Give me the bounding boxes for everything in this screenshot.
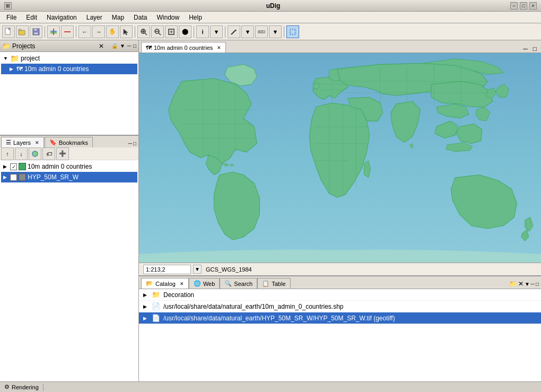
layer0-color (19, 163, 26, 170)
map-tab-close[interactable]: ✕ (217, 45, 221, 50)
catalog-menu-btn[interactable]: ▼ (525, 281, 530, 287)
select-button[interactable] (120, 25, 133, 38)
catalog-row-decoration[interactable]: ▶ 📁 Decoration (139, 289, 541, 301)
scale-input[interactable] (143, 265, 191, 274)
tab-search[interactable]: 🔍 Search (220, 278, 257, 289)
remove-layer-button[interactable] (61, 25, 74, 38)
projects-max[interactable]: □ (133, 43, 136, 49)
projects-close[interactable]: ✕ (99, 42, 104, 50)
layers-tab-close[interactable]: ✕ (35, 140, 39, 145)
info-button[interactable]: i (196, 25, 209, 38)
layers-tab-label: Layers (13, 140, 31, 146)
tif-label: /usr/local/share/data/natural_earth/HYP_… (163, 315, 395, 322)
menu-navigation[interactable]: Navigation (42, 12, 81, 23)
catalog-delete-btn[interactable]: ✕ (518, 280, 523, 288)
svg-rect-5 (34, 32, 38, 34)
scale-dropdown[interactable]: ▼ (193, 265, 202, 274)
layers-tabbar: ☰ Layers ✕ 🔖 Bookmarks ─ □ (0, 136, 138, 147)
decoration-label: Decoration (163, 291, 194, 299)
layer0-checkbox[interactable] (10, 163, 17, 170)
tif-file-icon: 📄 (152, 314, 160, 322)
layers-min[interactable]: ─ (128, 141, 132, 146)
menu-data[interactable]: Data (129, 12, 151, 23)
layer1-name: HYP_50M_SR_W (28, 173, 78, 181)
draw-dropdown[interactable]: ▼ (241, 25, 254, 38)
bookmarks-tab-label: Bookmarks (59, 140, 88, 146)
catalog-min-btn[interactable]: ─ (531, 281, 535, 287)
menu-layer[interactable]: Layer (82, 12, 107, 23)
zoom-out-button[interactable] (151, 25, 164, 38)
save-button[interactable] (30, 25, 42, 38)
menu-help[interactable]: Help (185, 12, 206, 23)
catalog-folder-btn[interactable]: 📁 (509, 280, 517, 288)
layers-max[interactable]: □ (133, 141, 136, 146)
project-map-item[interactable]: ▶ 🗺 10m admin 0 countries (1, 64, 137, 74)
projects-lock[interactable]: 🔒 (111, 43, 118, 49)
measure-button[interactable] (255, 25, 268, 38)
map-canvas[interactable] (139, 53, 541, 263)
menu-window[interactable]: Window (152, 12, 184, 23)
map-tab-controls: ─ □ (521, 45, 539, 53)
map-icon: 🗺 (16, 65, 23, 73)
redo-button[interactable]: → (92, 25, 105, 38)
zoom-extent-button[interactable] (165, 25, 178, 38)
tab-web[interactable]: 🌐 Web (189, 278, 220, 289)
projects-panel: 📁 Projects ✕ 🔒 ▼ ─ □ ▼ 📁 project ▶ 🗺 1 (0, 40, 138, 136)
left-panel: 📁 Projects ✕ 🔒 ▼ ─ □ ▼ 📁 project ▶ 🗺 1 (0, 40, 139, 381)
projects-min[interactable]: ─ (127, 43, 131, 49)
pan-button[interactable]: ⬤ (179, 25, 191, 38)
project-root[interactable]: ▼ 📁 project (1, 53, 137, 64)
hand-tool-button[interactable]: ✋ (106, 25, 119, 38)
layer-style-button[interactable] (29, 147, 41, 160)
tab-catalog[interactable]: 📂 Catalog ✕ (141, 278, 189, 289)
svg-rect-4 (34, 29, 37, 31)
map-tab-label: 10m admin 0 countries (154, 45, 213, 51)
add-layer-button[interactable] (47, 25, 60, 38)
decoration-arrow: ▶ (143, 292, 149, 298)
projects-menu[interactable]: ▼ (120, 43, 125, 49)
bounds-button[interactable] (286, 25, 299, 38)
layers-tab-icon: ☰ (6, 139, 11, 146)
window-icon: ⊞ (4, 2, 12, 10)
map-max[interactable]: □ (531, 45, 539, 53)
menu-edit[interactable]: Edit (22, 12, 41, 23)
measure-dropdown[interactable]: ▼ (269, 25, 282, 38)
catalog-row-shp[interactable]: ▶ 📄 /usr/local/share/data/natural_earth/… (139, 301, 541, 312)
minimize-button[interactable]: − (510, 2, 518, 10)
layer-add-button[interactable]: ➕ (56, 147, 69, 160)
draw-button[interactable] (228, 25, 240, 38)
tab-layers[interactable]: ☰ Layers ✕ (1, 137, 44, 147)
info-dropdown[interactable]: ▼ (210, 25, 223, 38)
layer-item-0[interactable]: ▶ 10m admin 0 countries (1, 161, 137, 172)
toolbar-sep-3 (135, 26, 135, 38)
project-arrow: ▼ (3, 56, 8, 61)
map-arrow: ▶ (10, 66, 15, 72)
table-tab-label: Table (272, 281, 285, 287)
layer-down-button[interactable]: ↓ (15, 147, 28, 160)
open-button[interactable] (16, 25, 29, 38)
layer-item-1[interactable]: ▶ HYP_50M_SR_W (1, 172, 137, 182)
menu-map[interactable]: Map (108, 12, 128, 23)
svg-marker-10 (124, 29, 128, 35)
shp-file-icon: 📄 (152, 302, 160, 310)
search-icon: 🔍 (224, 280, 232, 287)
new-button[interactable] (2, 25, 15, 38)
search-tab-label: Search (234, 281, 252, 287)
catalog-max-btn[interactable]: □ (536, 281, 539, 287)
undo-button[interactable]: ← (78, 25, 91, 38)
map-tab-0[interactable]: 🗺 10m admin 0 countries ✕ (141, 42, 226, 53)
layer-label-button[interactable]: 🏷 (42, 147, 55, 160)
maximize-button[interactable]: □ (520, 2, 527, 10)
close-button[interactable]: × (529, 2, 537, 10)
layer-up-button[interactable]: ↑ (1, 147, 14, 160)
projects-title: Projects (12, 42, 97, 50)
map-min[interactable]: ─ (521, 45, 530, 53)
catalog-tab-close[interactable]: ✕ (180, 281, 184, 286)
catalog-row-tif[interactable]: ▶ 📄 /usr/local/share/data/natural_earth/… (139, 312, 541, 324)
tab-bookmarks[interactable]: 🔖 Bookmarks (45, 137, 93, 147)
app-title: uDig (36, 2, 510, 10)
layer1-checkbox[interactable] (10, 174, 17, 181)
tab-table[interactable]: 📋 Table (257, 278, 290, 289)
menu-file[interactable]: File (2, 12, 21, 23)
zoom-in-button[interactable] (137, 25, 150, 38)
